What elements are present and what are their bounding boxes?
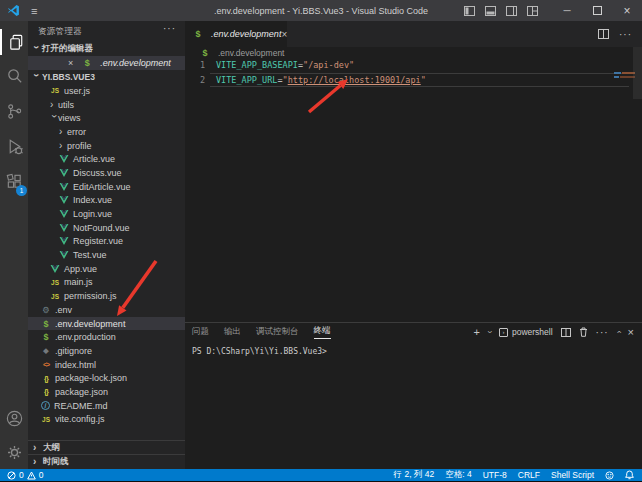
timeline-section[interactable]: › 时间线 — [28, 454, 185, 468]
chevron-right-icon: › — [59, 142, 66, 150]
js-icon: JS — [50, 293, 60, 300]
open-editor-item[interactable]: × $ .env.development — [28, 56, 185, 70]
tree-item[interactable]: $.env.production — [28, 330, 185, 344]
cursor-position[interactable]: 行 2, 列 42 — [394, 469, 435, 481]
tree-item[interactable]: $.env.development — [28, 317, 185, 331]
explorer-icon[interactable] — [0, 29, 30, 55]
tree-item[interactable]: iREADME.md — [28, 399, 185, 413]
split-editor-icon[interactable] — [598, 29, 609, 39]
editor-more-actions-icon[interactable]: ··· — [619, 29, 632, 40]
url-link[interactable]: http://localhost:19001/api — [288, 75, 421, 85]
tree-item[interactable]: ›profile — [28, 139, 185, 153]
warning-icon — [27, 471, 36, 480]
tree-item[interactable]: Test.vue — [28, 248, 185, 262]
panel-more-actions-icon[interactable]: ··· — [596, 327, 609, 338]
toggle-secondary-sidebar-icon[interactable] — [506, 6, 517, 16]
sidebar-title: 资源管理器 — [38, 26, 82, 38]
tree-item[interactable]: <>index.html — [28, 358, 185, 372]
tab-env-development[interactable]: $ .env.development × — [185, 21, 287, 47]
tree-item[interactable]: JSmain.js — [28, 276, 185, 290]
tree-item[interactable]: ›views — [28, 111, 185, 125]
search-icon[interactable] — [0, 63, 28, 89]
js-icon: JS — [50, 87, 60, 94]
new-terminal-icon[interactable]: + — [473, 326, 479, 338]
language-mode[interactable]: Shell Script — [551, 470, 594, 480]
file-label: package.json — [55, 387, 108, 397]
extensions-icon[interactable]: 1 — [0, 168, 28, 194]
customize-layout-icon[interactable] — [527, 6, 538, 16]
editor-scrollbar[interactable] — [633, 47, 642, 99]
eol-sequence[interactable]: CRLF — [518, 470, 540, 480]
file-label: views — [58, 113, 81, 123]
split-terminal-icon[interactable] — [561, 328, 571, 337]
vue-icon — [59, 237, 69, 245]
tree-item[interactable]: ◆.gitignore — [28, 344, 185, 358]
toggle-sidebar-icon[interactable] — [464, 6, 475, 16]
readme-icon: i — [41, 401, 50, 410]
maximize-panel-icon[interactable]: › — [613, 331, 623, 334]
close-editor-icon[interactable]: × — [68, 58, 73, 68]
panel-tab-3[interactable]: 终端 — [314, 325, 331, 339]
tree-item[interactable]: Register.vue — [28, 235, 185, 249]
tree-item[interactable]: Discuss.vue — [28, 166, 185, 180]
notifications-bell-icon[interactable] — [625, 470, 634, 480]
status-bar: 0 0 行 2, 列 42 空格: 4 UTF-8 CRLF Shell Scr… — [0, 469, 642, 481]
tree-item[interactable]: Index.vue — [28, 194, 185, 208]
settings-gear-icon[interactable] — [0, 439, 28, 465]
tab-close-icon[interactable]: × — [281, 29, 287, 40]
panel-tab-2[interactable]: 调试控制台 — [256, 326, 299, 339]
more-actions-icon[interactable]: ··· — [163, 23, 176, 34]
file-label: user.js — [64, 86, 90, 96]
feedback-icon[interactable] — [605, 471, 614, 480]
vue-icon — [59, 251, 69, 259]
tree-item[interactable]: JSuser.js — [28, 84, 185, 98]
kill-terminal-icon[interactable] — [579, 327, 588, 337]
close-button[interactable]: × — [612, 0, 642, 21]
tree-item[interactable]: JSvite.config.js — [28, 413, 185, 427]
file-label: Article.vue — [73, 154, 115, 164]
tree-item[interactable]: JSpermission.js — [28, 289, 185, 303]
terminal-dropdown-icon[interactable]: › — [484, 331, 494, 334]
tree-item[interactable]: ⚙.env — [28, 303, 185, 317]
file-label: Index.vue — [73, 195, 112, 205]
code-line-1: 1 VITE_APP_BASEAPI="/api-dev" — [185, 58, 632, 73]
encoding[interactable]: UTF-8 — [483, 470, 507, 480]
toggle-panel-icon[interactable] — [485, 6, 496, 16]
panel-tab-0[interactable]: 问题 — [192, 326, 209, 339]
panel-tab-1[interactable]: 输出 — [224, 326, 241, 339]
file-label: utils — [58, 100, 74, 110]
terminal-prompt: PS D:\CSharp\Yi\Yi.BBS.Vue3> — [192, 347, 327, 356]
tree-item[interactable]: {}package-lock.json — [28, 371, 185, 385]
problems-status[interactable]: 0 0 — [7, 470, 43, 480]
open-editors-section[interactable]: › 打开的编辑器 — [28, 42, 185, 56]
shell-selector[interactable]: › powershell — [499, 327, 553, 337]
chevron-right-icon: › — [33, 458, 40, 466]
panel: 问题输出调试控制台终端 + › › powershell ··· › × PS … — [185, 322, 642, 469]
outline-section[interactable]: › 大纲 — [28, 440, 185, 454]
tree-item[interactable]: {}package.json — [28, 385, 185, 399]
source-control-icon[interactable] — [0, 98, 28, 124]
terminal-content[interactable]: PS D:\CSharp\Yi\Yi.BBS.Vue3> — [192, 347, 327, 356]
close-panel-icon[interactable]: × — [628, 326, 634, 338]
minimize-button[interactable]: ─ — [552, 0, 582, 21]
indentation[interactable]: 空格: 4 — [445, 469, 471, 481]
breadcrumb-item[interactable]: .env.development — [218, 48, 284, 58]
file-label: package-lock.json — [55, 373, 127, 383]
tree-item[interactable]: NotFound.vue — [28, 221, 185, 235]
tree-item[interactable]: ›utils — [28, 98, 185, 112]
tab-strip: $ .env.development × ··· — [185, 21, 642, 47]
run-debug-icon[interactable] — [0, 133, 28, 159]
tree-item[interactable]: Login.vue — [28, 207, 185, 221]
account-icon[interactable] — [0, 405, 28, 431]
project-section[interactable]: › YI.BBS.VUE3 — [28, 70, 185, 84]
tree-item[interactable]: EditArticle.vue — [28, 180, 185, 194]
maximize-button[interactable] — [582, 0, 612, 21]
tree-item[interactable]: App.vue — [28, 262, 185, 276]
line-number: 1 — [185, 60, 205, 70]
env-gear-icon: ⚙ — [41, 305, 51, 315]
file-label: Login.vue — [73, 209, 112, 219]
menu-icon[interactable]: ≡ — [31, 5, 37, 17]
tree-item[interactable]: ›error — [28, 125, 185, 139]
vue-icon — [59, 196, 69, 204]
tree-item[interactable]: Article.vue — [28, 152, 185, 166]
